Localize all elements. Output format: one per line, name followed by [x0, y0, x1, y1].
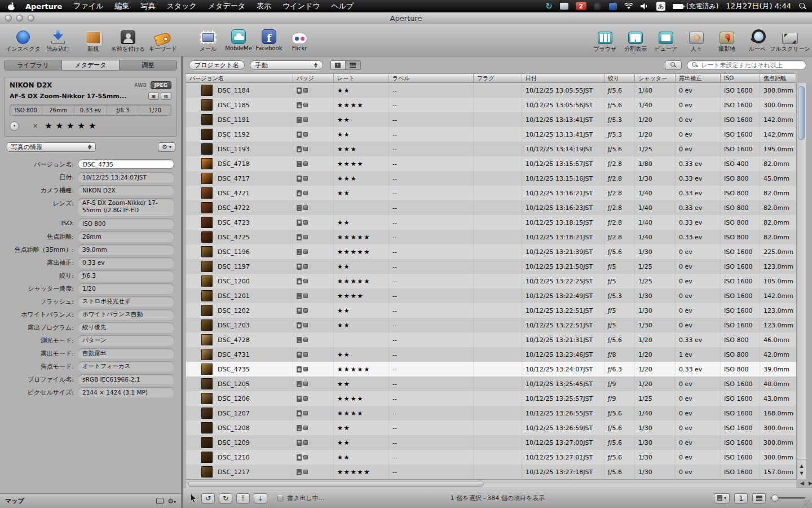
mail-share-button[interactable]: メール [193, 27, 223, 53]
rating-stars[interactable]: ★★★★★ [45, 122, 99, 130]
metadata-field-value[interactable]: sRGB IEC61966-2.1 [78, 374, 174, 384]
photo-row[interactable]: DSC_4717★★★--10/12/25 13:15:16JSTƒ/2.81/… [186, 171, 796, 186]
column-header-focal[interactable]: 焦点距離 [760, 74, 796, 82]
zoom-button[interactable] [28, 15, 34, 21]
metadata-action-button[interactable]: ⚙▾ [158, 142, 175, 152]
photo-row[interactable]: DSC_1201★★★★--10/12/25 13:22:49JSTƒ/5.31… [186, 288, 796, 303]
name-button[interactable]: 名前を付ける [111, 27, 145, 53]
menu-item-7[interactable]: ヘルプ [325, 1, 359, 11]
photo-row[interactable]: DSC_4718★★★★--10/12/25 13:15:57JSTƒ/2.81… [186, 156, 796, 171]
rotate-left-button[interactable]: ↺ [201, 493, 215, 503]
sort-dropdown[interactable]: 手動 [250, 60, 323, 70]
battery-status[interactable]: (充電済み) [673, 2, 719, 11]
metadata-field-value[interactable]: AF-S DX Zoom-Nikkor 17-55mm f/2.8G IF-ED [78, 198, 174, 215]
list-view-button[interactable] [346, 61, 360, 69]
column-header-flag[interactable]: フラグ [474, 74, 522, 82]
mail-icon[interactable]: 2 [576, 2, 586, 10]
split-view-button[interactable]: 分割表示 [620, 27, 651, 53]
photo-row[interactable]: DSC_4725★★★★★--10/12/25 13:18:21JSTƒ/2.8… [186, 230, 796, 244]
map-bar[interactable]: マップ ⚙▾ [0, 493, 181, 508]
menu-item-1[interactable]: 編集 [109, 1, 135, 11]
clear-rating-icon[interactable] [33, 122, 38, 130]
metadata-field-value[interactable]: ƒ/6.3 [78, 270, 174, 280]
metadata-field-value[interactable]: 自動露出 [78, 348, 174, 358]
photo-row[interactable]: DSC_1196★★★★★--10/12/25 13:21:39JSTƒ/5.6… [186, 244, 796, 259]
horizontal-scroll-thumb[interactable] [188, 481, 484, 487]
photo-row[interactable]: DSC_1192★★--10/12/25 13:13:41JSTƒ/5.31/2… [186, 127, 796, 142]
metadata-field-value[interactable]: パターン [78, 335, 174, 345]
photo-row[interactable]: DSC_1205★★--10/12/25 13:25:45JSTƒ/91/200… [186, 376, 796, 391]
new-button[interactable]: 新規 [76, 27, 111, 53]
facebook-button[interactable]: Facebook [254, 27, 284, 51]
badge-filter-button[interactable]: ▾ [714, 493, 730, 503]
input-method-icon[interactable]: あ [656, 2, 665, 11]
photo-row[interactable]: DSC_1209★★--10/12/25 13:27:00JSTƒ/5.61/3… [186, 435, 796, 450]
window-resize-grip[interactable] [804, 500, 811, 507]
metadata-field-value[interactable]: オートフォーカス [78, 361, 174, 371]
display-icon[interactable] [560, 3, 568, 10]
map-gear-icon[interactable]: ⚙▾ [167, 497, 176, 505]
metadata-field-value[interactable]: 39.0mm [78, 244, 174, 254]
menu-bar-clock[interactable]: 12月27日(月) 4:44 [726, 1, 791, 11]
photo-row[interactable]: DSC_4721★★--10/12/25 13:16:21JSTƒ/2.81/4… [186, 186, 796, 200]
inspector-button[interactable]: インスペクタ [6, 27, 41, 53]
faces-button[interactable]: 人々 [681, 27, 712, 53]
photo-row[interactable]: DSC_1184★★--10/12/25 13:05:55JSTƒ/5.61/4… [186, 83, 796, 98]
pointer-tool-icon[interactable] [190, 493, 197, 503]
title-bar[interactable]: Aperture [0, 12, 812, 24]
photo-row[interactable]: DSC_4731★★--10/12/25 13:23:46JSTƒ/81/201… [186, 347, 796, 362]
volume-icon[interactable] [641, 3, 649, 10]
column-header-iso[interactable]: ISO [721, 74, 760, 82]
minimize-button[interactable] [16, 15, 23, 21]
vertical-scroll-arrows[interactable]: ▲▼ [797, 459, 806, 479]
apple-menu-icon[interactable] [8, 2, 15, 10]
column-header-shutter[interactable]: シャッター [635, 74, 676, 82]
photo-row[interactable]: DSC_1206★★★★--10/12/25 13:25:57JSTƒ/91/2… [186, 391, 796, 406]
metadata-field-value[interactable]: ホワイトバランス自動 [78, 309, 174, 319]
grid-view-button[interactable] [331, 61, 346, 69]
photo-row[interactable]: DSC_1202★★--10/12/25 13:22:51JSTƒ/51/300… [186, 303, 796, 318]
thumbnail-size-slider[interactable] [770, 497, 805, 499]
photo-row[interactable]: DSC_4735★★★★★--10/12/25 13:24:07JSTƒ/6.3… [186, 362, 796, 376]
inspector-tab-0[interactable]: ライブラリ [5, 60, 62, 70]
loupe-button[interactable]: ルーペ [742, 27, 773, 53]
metadata-field-value[interactable]: 絞り優先 [78, 322, 174, 332]
sync-icon[interactable]: ↻ [545, 1, 553, 11]
photo-row[interactable]: DSC_1193★★★--10/12/25 13:14:19JSTƒ/5.61/… [186, 142, 796, 156]
wifi-icon[interactable] [624, 3, 633, 10]
column-header-name[interactable]: バージョン名 [186, 74, 293, 82]
photo-row[interactable]: DSC_1217★★★★★--10/12/25 13:27:18JSTƒ/5.6… [186, 465, 796, 479]
metadata-grid-button[interactable]: ▦ [161, 92, 171, 100]
photo-row[interactable]: DSC_1207★★★★--10/12/25 13:26:55JSTƒ/5.61… [186, 406, 796, 421]
browser-view-button[interactable]: ブラウザ [590, 27, 620, 53]
photo-row[interactable]: DSC_4728--10/12/25 13:21:31JSTƒ/5.61/200… [186, 332, 796, 347]
column-header-ev[interactable]: 露出補正 [676, 74, 721, 82]
photo-row[interactable]: DSC_1200★★★★★--10/12/25 13:22:25JSTƒ/51/… [186, 274, 796, 288]
inspector-tab-1[interactable]: メタデータ [62, 60, 120, 70]
photo-row[interactable]: DSC_1185★★★★--10/12/25 13:05:56JSTƒ/5.61… [186, 98, 796, 112]
column-header-badge[interactable]: バッジ [293, 74, 334, 82]
menu-item-2[interactable]: 写真 [135, 1, 161, 11]
fullscreen-button[interactable]: フルスクリーン [773, 27, 807, 53]
menu-item-5[interactable]: 表示 [251, 1, 277, 11]
vertical-scrollbar[interactable]: ▲▼ [796, 83, 806, 479]
close-button[interactable] [5, 15, 12, 21]
places-button[interactable]: 撮影地 [712, 27, 742, 53]
slider-knob[interactable] [771, 494, 779, 502]
primary-only-button[interactable]: 1 [734, 493, 748, 503]
mobileme-button[interactable]: MobileMe [223, 27, 254, 51]
metadata-field-value[interactable]: 0.33 ev [78, 257, 174, 267]
menu-item-3[interactable]: スタック [161, 1, 202, 11]
column-header-rating[interactable]: レート [334, 74, 389, 82]
photo-row[interactable]: DSC_1210★★--10/12/25 13:27:01JSTƒ/5.61/3… [186, 450, 796, 465]
viewer-button[interactable]: ビューア [651, 27, 681, 53]
column-header-label[interactable]: ラベル [389, 74, 474, 82]
column-header-date[interactable]: 日付 [522, 74, 604, 82]
photo-row[interactable]: DSC_4723★★--10/12/25 13:18:15JSTƒ/2.81/4… [186, 215, 796, 230]
keyword-button[interactable]: キーワード [145, 27, 180, 53]
vertical-scroll-thumb[interactable] [798, 86, 805, 140]
viewer-mode-button[interactable] [752, 493, 766, 503]
filter-button[interactable] [665, 60, 682, 70]
photo-row[interactable]: DSC_1197★★--10/12/25 13:21:50JSTƒ/51/250… [186, 259, 796, 274]
metadata-field-value[interactable]: 10/12/25 13:24:07JST [78, 172, 174, 182]
